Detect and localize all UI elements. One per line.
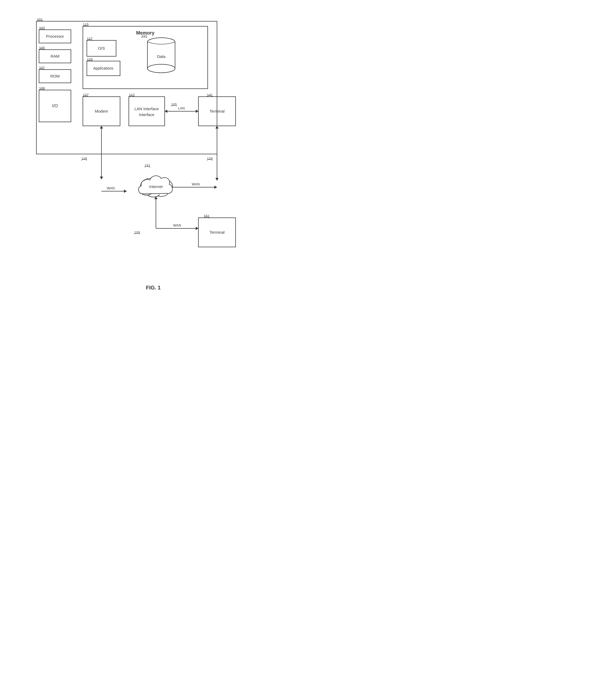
- wan-up-arrow-right: [216, 126, 219, 129]
- lan-interface-label2: Interface: [139, 112, 154, 117]
- processor-label: Processor: [46, 34, 64, 39]
- wan-up-arrow-left: [100, 126, 103, 129]
- wan2-text: WAN: [192, 182, 200, 186]
- data-label: Data: [157, 54, 166, 59]
- os-label: O/S: [98, 46, 105, 51]
- lan-arrow-right: [196, 110, 198, 113]
- wan-arrow-down-left: [100, 176, 103, 179]
- modem-label: Modem: [95, 109, 108, 114]
- figure-container: 101 103 Processor 105 RAM 107 ROM 109 I/…: [16, 11, 290, 303]
- wan-arrow-right-to-internet: [124, 189, 127, 193]
- ram-label: RAM: [51, 54, 59, 58]
- wan-arrow-bottom-right: [196, 227, 198, 230]
- lan-interface-box: [129, 97, 165, 126]
- applications-label: Applications: [93, 66, 114, 70]
- figure-title: FIG. 1: [146, 285, 161, 291]
- wan-arrow-right-terminal1: [214, 186, 217, 189]
- label-101: 101: [37, 17, 43, 22]
- internet-label: Internet: [149, 184, 163, 189]
- wan-arrow-down-right: [216, 178, 219, 181]
- io-label: I/O: [52, 104, 57, 108]
- lan-interface-label: LAN Interface: [134, 106, 159, 111]
- lan-arrow-left: [165, 110, 167, 113]
- outer-box-101: [36, 21, 217, 154]
- wan1-text: WAN: [107, 186, 115, 190]
- wan3-text: WAN: [173, 223, 181, 227]
- diagram-svg: 101 103 Processor 105 RAM 107 ROM 109 I/…: [23, 11, 283, 303]
- rom-label: ROM: [51, 74, 60, 78]
- data-cylinder-bottom: [147, 64, 175, 73]
- terminal2-label: Terminal: [210, 230, 225, 235]
- lan-text: LAN: [178, 106, 185, 110]
- terminal1-label: Terminal: [210, 109, 225, 114]
